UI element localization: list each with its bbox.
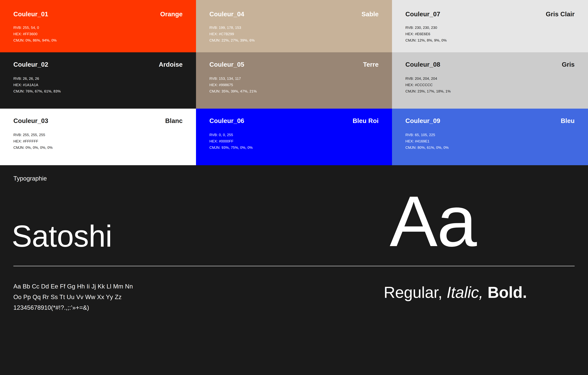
- color-cmjn-value: CMJN: 93%, 75%, 0%, 0%: [209, 144, 379, 151]
- color-card-id: Couleur_09: [405, 118, 440, 124]
- color-hex-value: HEX: #998675: [209, 82, 379, 88]
- color-card-header: Couleur_02 Ardoise: [13, 52, 183, 68]
- color-card-specs: RVB: 199, 178, 153 HEX: #C7B299 CMJN: 22…: [209, 24, 379, 43]
- color-rvb-value: RVB: 255, 54, 0: [13, 24, 183, 31]
- color-card-name: Orange: [160, 11, 183, 17]
- color-rvb-value: RVB: 255, 255, 255: [13, 132, 183, 138]
- color-card-id: Couleur_08: [405, 61, 440, 68]
- color-card-couleur-06: Couleur_06 Bleu Roi RVB: 0, 0, 255 HEX: …: [196, 109, 392, 165]
- color-rvb-value: RVB: 65, 105, 225: [405, 132, 575, 138]
- color-hex-value: HEX: #1A1A1A: [13, 82, 183, 88]
- font-weights-line: Regular, Italic, Bold.: [384, 284, 527, 300]
- color-cmjn-value: CMJN: 0%, 0%, 0%, 0%: [13, 144, 183, 151]
- glyph-line-numerals-symbols: 12345678910(*#!?.,;:’»+=&): [13, 302, 133, 313]
- color-card-name: Blanc: [165, 118, 183, 124]
- color-rvb-value: RVB: 199, 178, 153: [209, 24, 379, 31]
- color-card-name: Gris Clair: [546, 11, 575, 17]
- color-card-specs: RVB: 65, 105, 225 HEX: #4169E1 CMJN: 80%…: [405, 132, 575, 151]
- typography-section: Typographie Satoshi Aa Aa Bb Cc Dd Ee Ff…: [0, 165, 588, 375]
- color-cmjn-value: CMJN: 12%, 8%, 9%, 0%: [405, 37, 575, 43]
- color-card-name: Ardoise: [159, 61, 183, 68]
- color-card-name: Terre: [363, 61, 379, 68]
- weight-bold-label: Bold.: [487, 283, 527, 301]
- color-card-couleur-03: Couleur_03 Blanc RVB: 255, 255, 255 HEX:…: [0, 109, 196, 165]
- font-specimen-aa: Aa: [390, 185, 476, 257]
- typography-section-label: Typographie: [13, 176, 47, 181]
- color-hex-value: HEX: #FF3600: [13, 31, 183, 37]
- color-hex-value: HEX: #CCCCCC: [405, 82, 575, 88]
- color-card-header: Couleur_01 Orange: [13, 0, 183, 17]
- font-name-title: Satoshi: [12, 221, 112, 251]
- color-rvb-value: RVB: 230, 230, 230: [405, 24, 575, 31]
- color-card-couleur-05: Couleur_05 Terre RVB: 153, 134, 117 HEX:…: [196, 52, 392, 109]
- color-card-couleur-01: Couleur_01 Orange RVB: 255, 54, 0 HEX: #…: [0, 0, 196, 52]
- color-card-couleur-09: Couleur_09 Bleu RVB: 65, 105, 225 HEX: #…: [392, 109, 588, 165]
- color-card-couleur-08: Couleur_08 Gris RVB: 204, 204, 204 HEX: …: [392, 52, 588, 109]
- color-card-specs: RVB: 204, 204, 204 HEX: #CCCCCC CMJN: 23…: [405, 75, 575, 94]
- color-card-id: Couleur_03: [13, 118, 48, 124]
- color-cmjn-value: CMJN: 80%, 61%, 0%, 0%: [405, 144, 575, 151]
- color-rvb-value: RVB: 26, 26, 26: [13, 75, 183, 82]
- color-card-couleur-04: Couleur_04 Sable RVB: 199, 178, 153 HEX:…: [196, 0, 392, 52]
- brand-guidelines-page: Couleur_01 Orange RVB: 255, 54, 0 HEX: #…: [0, 0, 588, 375]
- color-card-id: Couleur_07: [405, 11, 440, 17]
- color-cmjn-value: CMJN: 35%, 39%, 47%, 21%: [209, 88, 379, 94]
- glyph-line-uppercase-2: Oo Pp Qq Rr Ss Tt Uu Vv Ww Xx Yy Zz: [13, 292, 133, 302]
- color-cmjn-value: CMJN: 22%, 27%, 39%, 6%: [209, 37, 379, 43]
- color-cmjn-value: CMJN: 23%, 17%, 18%, 1%: [405, 88, 575, 94]
- color-card-header: Couleur_09 Bleu: [405, 109, 575, 124]
- color-card-couleur-02: Couleur_02 Ardoise RVB: 26, 26, 26 HEX: …: [0, 52, 196, 109]
- divider-rule: [13, 266, 575, 266]
- color-card-specs: RVB: 26, 26, 26 HEX: #1A1A1A CMJN: 76%, …: [13, 75, 183, 94]
- color-card-header: Couleur_05 Terre: [209, 52, 379, 68]
- color-card-specs: RVB: 230, 230, 230 HEX: #E6E6E6 CMJN: 12…: [405, 24, 575, 43]
- glyph-line-uppercase-1: Aa Bb Cc Dd Ee Ff Gg Hh Ii Jj Kk Ll Mm N…: [13, 281, 133, 292]
- color-card-specs: RVB: 153, 134, 117 HEX: #998675 CMJN: 35…: [209, 75, 379, 94]
- color-hex-value: HEX: #4169E1: [405, 138, 575, 144]
- weight-regular-label: Regular,: [384, 283, 442, 301]
- color-card-specs: RVB: 255, 54, 0 HEX: #FF3600 CMJN: 0%, 8…: [13, 24, 183, 43]
- color-card-name: Bleu: [561, 118, 575, 124]
- color-rvb-value: RVB: 0, 0, 255: [209, 132, 379, 138]
- color-card-couleur-07: Couleur_07 Gris Clair RVB: 230, 230, 230…: [392, 0, 588, 52]
- font-glyph-set: Aa Bb Cc Dd Ee Ff Gg Hh Ii Jj Kk Ll Mm N…: [13, 281, 133, 313]
- color-card-name: Bleu Roi: [353, 118, 379, 124]
- color-hex-value: HEX: #FFFFFF: [13, 138, 183, 144]
- color-cmjn-value: CMJN: 76%, 67%, 61%, 83%: [13, 88, 183, 94]
- color-rvb-value: RVB: 153, 134, 117: [209, 75, 379, 82]
- color-card-specs: RVB: 0, 0, 255 HEX: #0000FF CMJN: 93%, 7…: [209, 132, 379, 151]
- color-palette-grid: Couleur_01 Orange RVB: 255, 54, 0 HEX: #…: [0, 0, 588, 165]
- color-card-id: Couleur_01: [13, 11, 48, 17]
- color-hex-value: HEX: #C7B299: [209, 31, 379, 37]
- color-cmjn-value: CMJN: 0%, 86%, 94%, 0%: [13, 37, 183, 43]
- color-card-header: Couleur_06 Bleu Roi: [209, 109, 379, 124]
- color-hex-value: HEX: #0000FF: [209, 138, 379, 144]
- color-card-header: Couleur_03 Blanc: [13, 109, 183, 124]
- color-card-specs: RVB: 255, 255, 255 HEX: #FFFFFF CMJN: 0%…: [13, 132, 183, 151]
- color-hex-value: HEX: #E6E6E6: [405, 31, 575, 37]
- color-rvb-value: RVB: 204, 204, 204: [405, 75, 575, 82]
- color-card-id: Couleur_04: [209, 11, 244, 17]
- color-card-header: Couleur_04 Sable: [209, 0, 379, 17]
- weight-italic-label: Italic,: [447, 283, 483, 301]
- color-card-id: Couleur_06: [209, 118, 244, 124]
- color-card-name: Sable: [361, 11, 379, 17]
- color-card-header: Couleur_08 Gris: [405, 52, 575, 68]
- color-card-id: Couleur_05: [209, 61, 244, 68]
- color-card-id: Couleur_02: [13, 61, 48, 68]
- color-card-name: Gris: [562, 61, 575, 68]
- color-card-header: Couleur_07 Gris Clair: [405, 0, 575, 17]
